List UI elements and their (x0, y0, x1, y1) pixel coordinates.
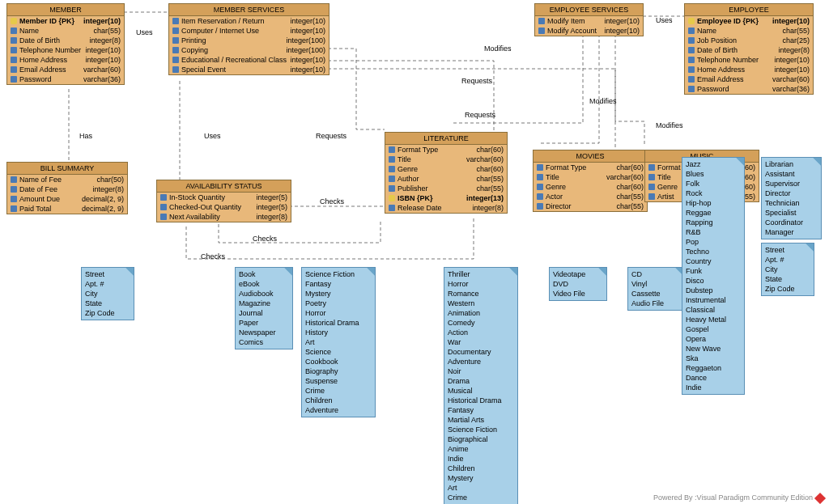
note-item: Apt. # (85, 279, 130, 289)
note-music-format: CDVinylCassetteAudio File (627, 267, 684, 311)
note-item: Audiobook (239, 289, 289, 299)
field-type: integer(100) (286, 46, 325, 54)
attribute-icon (11, 37, 17, 44)
footer-credit: Powered By :Visual Paradigm Community Ed… (653, 493, 824, 502)
field-type: integer(10) (290, 66, 325, 74)
note-item: Book (239, 269, 289, 279)
field-name: Email Address (19, 66, 81, 74)
field-name: Date of Fee (19, 185, 90, 193)
field-type: char(60) (616, 163, 644, 172)
note-literature-genre: Science FictionFantasyMysteryPoetryHorro… (301, 267, 376, 417)
note-item: eBook (239, 279, 289, 289)
entity-field: Publisherchar(55) (385, 184, 507, 193)
entity-member-services: MEMBER SERVICESItem Reservation / Return… (168, 3, 329, 75)
field-name: Password (697, 85, 770, 93)
note-item: Director (765, 188, 818, 198)
note-item: Crime (305, 386, 372, 396)
entity-bill-summary: BILL SUMMARYName of Feechar(50)Date of F… (6, 162, 128, 214)
field-type: char(55) (93, 27, 121, 35)
note-item: City (85, 289, 130, 299)
note-item: Folk (686, 179, 741, 188)
note-item: Suspense (305, 376, 372, 386)
entity-field: Release Dateinteger(8) (385, 203, 507, 213)
attribute-icon (389, 185, 395, 192)
note-item: Art (448, 483, 514, 493)
note-item: CD (631, 269, 680, 279)
field-type: integer(10) (774, 56, 810, 64)
field-name: Actor (546, 193, 614, 201)
field-name: Release Date (397, 204, 470, 212)
attribute-icon (389, 166, 395, 172)
entity-availability-status: AVAILABILITY STATUSIn-Stock Quantityinte… (156, 180, 291, 222)
field-type: varchar(60) (606, 173, 644, 181)
field-name: Email Address (697, 75, 770, 83)
attribute-icon (172, 28, 179, 34)
entity-field: Job Positionchar(25) (685, 36, 813, 45)
note-item: Children (305, 396, 372, 405)
field-name: Item Reservation / Return (181, 17, 287, 25)
note-item: Techno (686, 247, 741, 256)
entity-title: EMPLOYEE SERVICES (535, 4, 643, 16)
attribute-icon (11, 47, 17, 53)
entity-field: Paid Totaldecimal(2, 9) (7, 204, 127, 214)
note-item: Western (448, 299, 514, 308)
note-item: Country (686, 256, 741, 266)
attribute-icon (11, 205, 17, 212)
key-icon (688, 18, 695, 24)
note-item: Cassette (631, 289, 680, 299)
entity-fields: Modify Iteminteger(10)Modify Accountinte… (535, 16, 643, 36)
field-name: Modify Item (547, 17, 602, 25)
note-item: Supervisor (765, 179, 818, 188)
note-item: Heavy Metal (686, 315, 741, 324)
note-item: Romance (448, 289, 514, 299)
attribute-icon (389, 176, 395, 182)
field-name: Director (546, 202, 614, 210)
note-item: Video File (553, 289, 603, 299)
field-name: Amount Due (19, 195, 79, 203)
entity-fields: Format Typechar(60)Titlevarchar(60)Genre… (534, 163, 647, 211)
attribute-icon (648, 184, 655, 190)
key-icon (389, 195, 395, 201)
attribute-icon (537, 184, 543, 190)
entity-field: Passwordvarchar(36) (7, 74, 124, 84)
entity-field: Computer / Internet Useinteger(10) (169, 26, 329, 36)
entity-field: Passwordvarchar(36) (685, 84, 813, 94)
field-name: Educational / Recreational Class (181, 56, 287, 64)
note-item: Historical Drama (305, 318, 372, 328)
entity-member: MEMBERMember ID {PK}integer(10)Namechar(… (6, 3, 125, 85)
field-name: Printing (181, 36, 283, 44)
entity-title: AVAILABILITY STATUS (157, 180, 291, 193)
note-item: Action (448, 328, 514, 337)
note-item: Thriller (448, 269, 514, 279)
field-name: Genre (546, 183, 614, 191)
field-name: Computer / Internet Use (181, 27, 287, 35)
attribute-icon (172, 18, 179, 24)
note-item: Videotape (553, 269, 603, 279)
note-item: Art (305, 337, 372, 347)
note-item: Classical (686, 305, 741, 315)
entity-employee-services: EMPLOYEE SERVICESModify Iteminteger(10)M… (534, 3, 644, 36)
note-item: Funk (686, 266, 741, 276)
note-item: History (305, 328, 372, 337)
note-item: Blues (686, 169, 741, 179)
field-type: integer(8) (89, 36, 121, 44)
field-type: varchar(60) (772, 75, 810, 83)
note-item: Rapping (686, 218, 741, 227)
field-name: Name (19, 27, 91, 35)
field-name: In-Stock Quantity (169, 193, 253, 201)
entity-field: ISBN {PK}integer(13) (385, 193, 507, 203)
note-item: Specialist (765, 208, 818, 218)
entity-title: EMPLOYEE (685, 4, 813, 16)
field-type: char(55) (616, 202, 644, 210)
note-item: Vinyl (631, 279, 680, 289)
field-type: integer(13) (466, 194, 504, 202)
note-item: Dance (686, 373, 741, 383)
note-item: Indie (448, 454, 514, 464)
rel-requests: Requests (316, 132, 346, 140)
note-item: War (448, 337, 514, 347)
attribute-icon (648, 174, 655, 180)
field-name: Format Type (397, 146, 474, 154)
field-type: integer(10) (604, 27, 640, 35)
field-type: integer(10) (772, 17, 810, 25)
rel-modifies: Modifies (656, 121, 683, 129)
